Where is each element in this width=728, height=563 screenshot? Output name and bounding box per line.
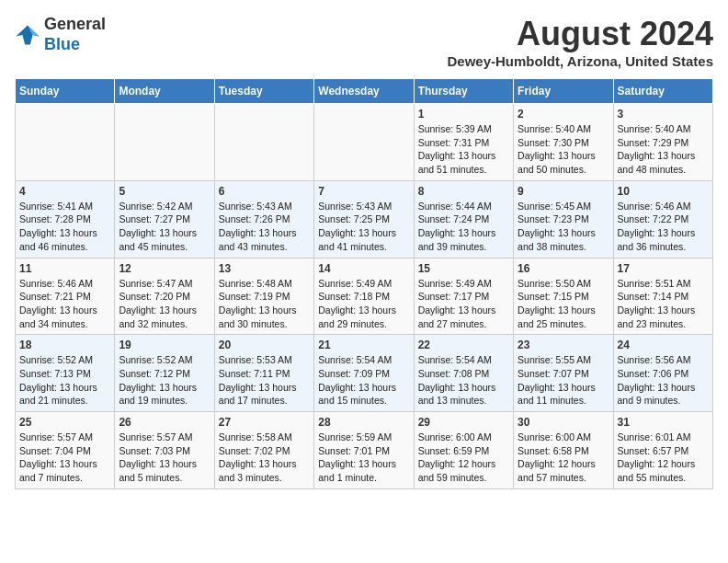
day-number: 22 [418,339,509,351]
day-number: 6 [219,185,310,198]
day-detail: Sunrise: 5:43 AM Sunset: 7:25 PM Dayligh… [318,200,409,254]
calendar-day-cell: 6Sunrise: 5:43 AM Sunset: 7:26 PM Daylig… [214,180,313,258]
day-detail: Sunrise: 5:53 AM Sunset: 7:11 PM Dayligh… [219,353,310,408]
day-detail: Sunrise: 5:46 AM Sunset: 7:22 PM Dayligh… [618,200,709,254]
day-number: 24 [618,339,709,351]
day-number: 5 [119,185,210,198]
day-detail: Sunrise: 5:54 AM Sunset: 7:09 PM Dayligh… [318,353,409,408]
day-detail: Sunrise: 5:39 AM Sunset: 7:31 PM Dayligh… [418,122,509,177]
calendar-day-cell: 11Sunrise: 5:46 AM Sunset: 7:21 PM Dayli… [16,258,115,335]
day-detail: Sunrise: 5:54 AM Sunset: 7:08 PM Dayligh… [418,353,509,408]
calendar-week-row: 11Sunrise: 5:46 AM Sunset: 7:21 PM Dayli… [16,258,713,335]
calendar-subtitle: Dewey-Humboldt, Arizona, United States [448,53,713,69]
day-of-week-header: Monday [115,79,214,104]
calendar-day-cell: 31Sunrise: 6:01 AM Sunset: 6:57 PM Dayli… [613,412,712,489]
day-number: 2 [518,108,609,121]
calendar-day-cell [214,104,313,181]
day-number: 20 [219,339,310,351]
day-number: 29 [418,416,509,429]
day-number: 7 [318,185,409,198]
day-number: 26 [119,416,210,429]
day-number: 9 [518,185,609,198]
calendar-table: SundayMondayTuesdayWednesdayThursdayFrid… [15,78,713,489]
day-detail: Sunrise: 5:43 AM Sunset: 7:26 PM Dayligh… [219,200,310,254]
day-detail: Sunrise: 6:00 AM Sunset: 6:58 PM Dayligh… [518,431,609,485]
day-number: 23 [518,339,609,351]
day-detail: Sunrise: 5:40 AM Sunset: 7:30 PM Dayligh… [518,122,609,177]
day-of-week-header: Saturday [613,79,712,104]
calendar-week-row: 1Sunrise: 5:39 AM Sunset: 7:31 PM Daylig… [16,104,713,181]
day-detail: Sunrise: 5:51 AM Sunset: 7:14 PM Dayligh… [618,277,709,331]
calendar-day-cell: 12Sunrise: 5:47 AM Sunset: 7:20 PM Dayli… [115,258,214,335]
calendar-day-cell: 30Sunrise: 6:00 AM Sunset: 6:58 PM Dayli… [514,412,613,489]
calendar-day-cell: 13Sunrise: 5:48 AM Sunset: 7:19 PM Dayli… [214,258,313,335]
day-of-week-header: Tuesday [214,79,313,104]
calendar-day-cell: 19Sunrise: 5:52 AM Sunset: 7:12 PM Dayli… [115,335,214,412]
day-number: 13 [219,262,310,275]
calendar-day-cell: 24Sunrise: 5:56 AM Sunset: 7:06 PM Dayli… [613,335,712,412]
day-of-week-header: Wednesday [314,79,414,104]
calendar-day-cell: 8Sunrise: 5:44 AM Sunset: 7:24 PM Daylig… [414,180,513,258]
day-detail: Sunrise: 5:48 AM Sunset: 7:19 PM Dayligh… [219,277,310,331]
calendar-day-cell [115,104,214,181]
day-detail: Sunrise: 5:42 AM Sunset: 7:27 PM Dayligh… [119,200,210,254]
day-number: 28 [318,416,409,429]
calendar-week-row: 4Sunrise: 5:41 AM Sunset: 7:28 PM Daylig… [16,180,713,258]
calendar-day-cell: 4Sunrise: 5:41 AM Sunset: 7:28 PM Daylig… [16,180,115,258]
day-number: 15 [418,262,509,275]
day-detail: Sunrise: 5:47 AM Sunset: 7:20 PM Dayligh… [119,277,210,331]
day-detail: Sunrise: 5:50 AM Sunset: 7:15 PM Dayligh… [518,277,609,331]
day-number: 25 [19,416,110,429]
day-of-week-header: Thursday [414,79,513,104]
day-number: 12 [119,262,210,275]
calendar-day-cell: 10Sunrise: 5:46 AM Sunset: 7:22 PM Dayli… [613,180,712,258]
calendar-header-row: SundayMondayTuesdayWednesdayThursdayFrid… [16,79,713,104]
calendar-day-cell: 7Sunrise: 5:43 AM Sunset: 7:25 PM Daylig… [314,180,414,258]
day-number: 18 [19,339,110,351]
logo-text: General Blue [44,15,106,54]
calendar-day-cell: 25Sunrise: 5:57 AM Sunset: 7:04 PM Dayli… [16,412,115,489]
day-number: 10 [618,185,709,198]
calendar-week-row: 18Sunrise: 5:52 AM Sunset: 7:13 PM Dayli… [16,335,713,412]
calendar-day-cell [314,104,414,181]
day-detail: Sunrise: 5:44 AM Sunset: 7:24 PM Dayligh… [418,200,509,254]
calendar-day-cell: 21Sunrise: 5:54 AM Sunset: 7:09 PM Dayli… [314,335,414,412]
calendar-day-cell: 5Sunrise: 5:42 AM Sunset: 7:27 PM Daylig… [115,180,214,258]
day-number: 19 [119,339,210,351]
day-detail: Sunrise: 5:58 AM Sunset: 7:02 PM Dayligh… [219,431,310,485]
logo: General Blue [15,15,106,54]
logo-bird-icon [15,22,40,48]
day-detail: Sunrise: 5:41 AM Sunset: 7:28 PM Dayligh… [19,200,110,254]
day-detail: Sunrise: 5:52 AM Sunset: 7:13 PM Dayligh… [19,353,110,408]
calendar-day-cell: 15Sunrise: 5:49 AM Sunset: 7:17 PM Dayli… [414,258,513,335]
calendar-day-cell: 2Sunrise: 5:40 AM Sunset: 7:30 PM Daylig… [514,104,613,181]
day-number: 11 [19,262,110,275]
calendar-day-cell: 29Sunrise: 6:00 AM Sunset: 6:59 PM Dayli… [414,412,513,489]
day-number: 30 [518,416,609,429]
day-number: 27 [219,416,310,429]
calendar-day-cell: 9Sunrise: 5:45 AM Sunset: 7:23 PM Daylig… [514,180,613,258]
day-detail: Sunrise: 5:55 AM Sunset: 7:07 PM Dayligh… [518,353,609,408]
calendar-day-cell: 27Sunrise: 5:58 AM Sunset: 7:02 PM Dayli… [214,412,313,489]
calendar-day-cell: 16Sunrise: 5:50 AM Sunset: 7:15 PM Dayli… [514,258,613,335]
calendar-title: August 2024 [448,15,713,53]
day-detail: Sunrise: 5:52 AM Sunset: 7:12 PM Dayligh… [119,353,210,408]
calendar-day-cell: 23Sunrise: 5:55 AM Sunset: 7:07 PM Dayli… [514,335,613,412]
day-detail: Sunrise: 5:57 AM Sunset: 7:03 PM Dayligh… [119,431,210,485]
calendar-day-cell: 14Sunrise: 5:49 AM Sunset: 7:18 PM Dayli… [314,258,414,335]
day-detail: Sunrise: 5:45 AM Sunset: 7:23 PM Dayligh… [518,200,609,254]
calendar-day-cell: 18Sunrise: 5:52 AM Sunset: 7:13 PM Dayli… [16,335,115,412]
calendar-day-cell [16,104,115,181]
calendar-day-cell: 1Sunrise: 5:39 AM Sunset: 7:31 PM Daylig… [414,104,513,181]
title-block: August 2024 Dewey-Humboldt, Arizona, Uni… [448,15,713,69]
day-detail: Sunrise: 5:57 AM Sunset: 7:04 PM Dayligh… [19,431,110,485]
calendar-day-cell: 3Sunrise: 5:40 AM Sunset: 7:29 PM Daylig… [613,104,712,181]
day-of-week-header: Friday [514,79,613,104]
day-number: 21 [318,339,409,351]
day-number: 31 [618,416,709,429]
day-detail: Sunrise: 5:59 AM Sunset: 7:01 PM Dayligh… [318,431,409,485]
calendar-day-cell: 17Sunrise: 5:51 AM Sunset: 7:14 PM Dayli… [613,258,712,335]
day-number: 3 [618,108,709,121]
day-number: 17 [618,262,709,275]
day-detail: Sunrise: 6:01 AM Sunset: 6:57 PM Dayligh… [618,431,709,485]
